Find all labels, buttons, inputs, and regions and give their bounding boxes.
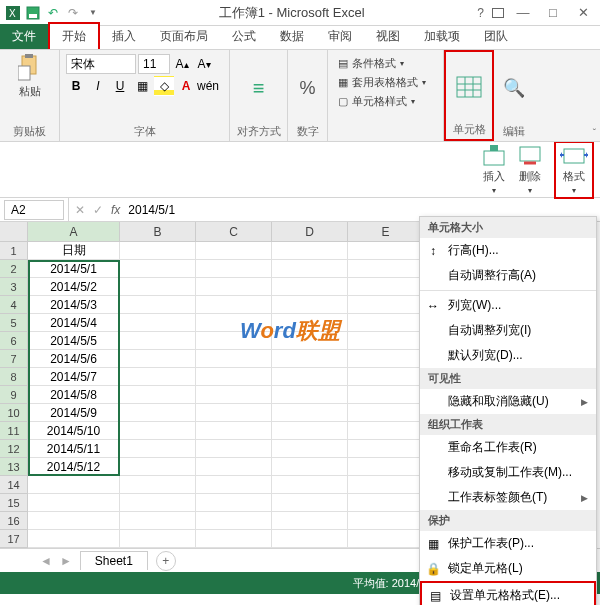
cell[interactable] [348, 476, 424, 494]
cell[interactable] [120, 530, 196, 548]
cell[interactable] [272, 476, 348, 494]
cell[interactable] [196, 278, 272, 296]
cell[interactable] [348, 386, 424, 404]
tab-review[interactable]: 审阅 [316, 24, 364, 49]
cell[interactable] [272, 404, 348, 422]
row-header[interactable]: 16 [0, 512, 28, 530]
cell[interactable] [272, 368, 348, 386]
cell[interactable] [348, 332, 424, 350]
cell[interactable] [272, 422, 348, 440]
cell[interactable] [28, 530, 120, 548]
column-header[interactable]: B [120, 222, 196, 242]
row-header[interactable]: 8 [0, 368, 28, 386]
format-cells-button[interactable]: 格式▾ [554, 141, 594, 199]
column-header[interactable]: C [196, 222, 272, 242]
editing-icon[interactable]: 🔍 [503, 77, 525, 99]
cell[interactable] [196, 386, 272, 404]
maximize-icon[interactable]: □ [542, 4, 564, 22]
cell[interactable]: 2014/5/3 [28, 296, 120, 314]
cell[interactable] [120, 278, 196, 296]
cell[interactable] [196, 422, 272, 440]
cell[interactable] [348, 440, 424, 458]
bold-button[interactable]: B [66, 76, 86, 96]
decrease-font-icon[interactable]: A▾ [194, 54, 214, 74]
cell[interactable] [28, 476, 120, 494]
cell[interactable]: 2014/5/6 [28, 350, 120, 368]
tab-file[interactable]: 文件 [0, 24, 48, 49]
tab-data[interactable]: 数据 [268, 24, 316, 49]
phonetic-button[interactable]: wén [198, 76, 218, 96]
font-color-button[interactable]: A [176, 76, 196, 96]
cell[interactable] [120, 440, 196, 458]
cell[interactable] [120, 386, 196, 404]
cell[interactable] [120, 260, 196, 278]
cell[interactable] [28, 512, 120, 530]
cell[interactable] [28, 494, 120, 512]
cell[interactable] [348, 512, 424, 530]
row-header[interactable]: 7 [0, 350, 28, 368]
ribbon-options-icon[interactable] [492, 8, 504, 18]
add-sheet-button[interactable]: + [156, 551, 176, 571]
cell[interactable]: 2014/5/5 [28, 332, 120, 350]
menu-hide-unhide[interactable]: 隐藏和取消隐藏(U)▶ [420, 389, 596, 414]
cell[interactable] [348, 530, 424, 548]
menu-col-width[interactable]: ↔列宽(W)... [420, 293, 596, 318]
cell[interactable] [120, 314, 196, 332]
row-header[interactable]: 13 [0, 458, 28, 476]
cell-grid[interactable]: 日期2014/5/12014/5/22014/5/32014/5/42014/5… [28, 242, 464, 548]
alignment-icon[interactable]: ≡ [253, 77, 265, 100]
cell[interactable] [196, 242, 272, 260]
cell[interactable]: 2014/5/10 [28, 422, 120, 440]
cell[interactable]: 2014/5/12 [28, 458, 120, 476]
tab-team[interactable]: 团队 [472, 24, 520, 49]
menu-row-height[interactable]: ↕行高(H)... [420, 238, 596, 263]
row-header[interactable]: 6 [0, 332, 28, 350]
row-header[interactable]: 17 [0, 530, 28, 548]
undo-icon[interactable]: ↶ [44, 4, 62, 22]
cell[interactable] [272, 386, 348, 404]
row-header[interactable]: 15 [0, 494, 28, 512]
conditional-format-button[interactable]: ▤条件格式▾ [338, 56, 433, 71]
cell[interactable] [120, 494, 196, 512]
paste-button[interactable]: 粘贴 [6, 54, 53, 99]
name-box[interactable]: A2 [4, 200, 64, 220]
cell[interactable] [272, 332, 348, 350]
cell[interactable]: 2014/5/8 [28, 386, 120, 404]
underline-button[interactable]: U [110, 76, 130, 96]
tab-view[interactable]: 视图 [364, 24, 412, 49]
cell[interactable] [120, 242, 196, 260]
menu-default-width[interactable]: 默认列宽(D)... [420, 343, 596, 368]
cell[interactable] [272, 314, 348, 332]
delete-cells-button[interactable]: 删除▾ [518, 145, 542, 195]
cell[interactable] [120, 458, 196, 476]
tab-formulas[interactable]: 公式 [220, 24, 268, 49]
row-header[interactable]: 5 [0, 314, 28, 332]
cell[interactable] [272, 458, 348, 476]
cell[interactable] [348, 278, 424, 296]
increase-font-icon[interactable]: A▴ [172, 54, 192, 74]
cell[interactable] [348, 260, 424, 278]
cell[interactable]: 2014/5/7 [28, 368, 120, 386]
cells-icon[interactable] [455, 75, 483, 99]
cell-styles-button[interactable]: ▢单元格样式▾ [338, 94, 433, 109]
sheet-tab[interactable]: Sheet1 [80, 551, 148, 570]
collapse-ribbon-icon[interactable]: ˇ [593, 128, 596, 139]
cell[interactable] [348, 422, 424, 440]
prev-sheet-icon[interactable]: ◄ [40, 554, 52, 568]
cell[interactable] [196, 530, 272, 548]
cell[interactable]: 2014/5/2 [28, 278, 120, 296]
row-header[interactable]: 10 [0, 404, 28, 422]
font-name-input[interactable]: 宋体 [66, 54, 136, 74]
cell[interactable]: 2014/5/9 [28, 404, 120, 422]
menu-auto-row-height[interactable]: 自动调整行高(A) [420, 263, 596, 288]
save-icon[interactable] [24, 4, 42, 22]
cell[interactable]: 2014/5/1 [28, 260, 120, 278]
tab-insert[interactable]: 插入 [100, 24, 148, 49]
row-header[interactable]: 14 [0, 476, 28, 494]
cell[interactable] [120, 476, 196, 494]
column-header[interactable]: E [348, 222, 424, 242]
cell[interactable] [196, 314, 272, 332]
cell[interactable] [272, 350, 348, 368]
column-header[interactable]: D [272, 222, 348, 242]
cancel-formula-icon[interactable]: ✕ [75, 203, 85, 217]
